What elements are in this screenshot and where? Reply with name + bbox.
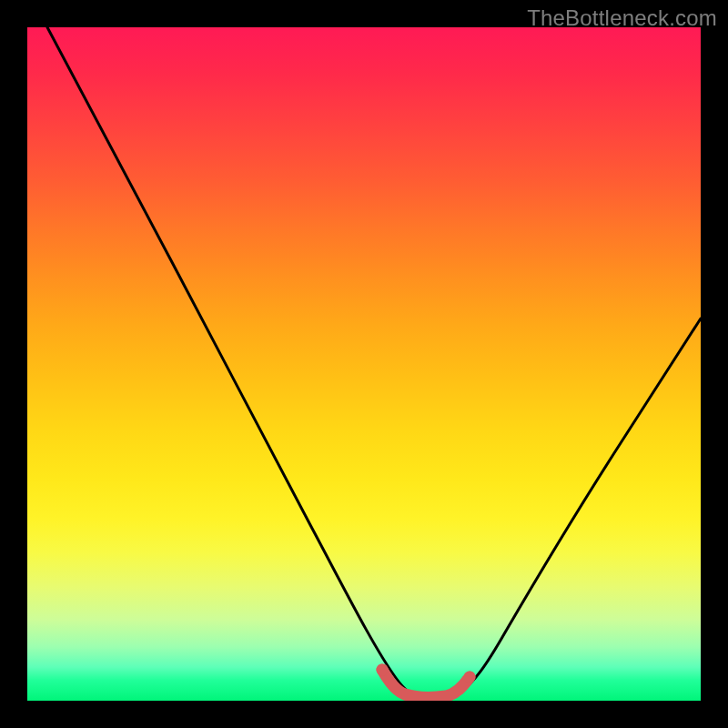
plot-svg [27, 27, 701, 701]
bottleneck-curve [47, 27, 701, 696]
chart-frame: TheBottleneck.com [0, 0, 728, 728]
watermark-text: TheBottleneck.com [527, 5, 717, 31]
minimum-band-start-dot [377, 664, 389, 676]
minimum-band-end-dot [464, 672, 476, 683]
plot-area [27, 27, 701, 701]
minimum-band-marker [382, 670, 470, 697]
